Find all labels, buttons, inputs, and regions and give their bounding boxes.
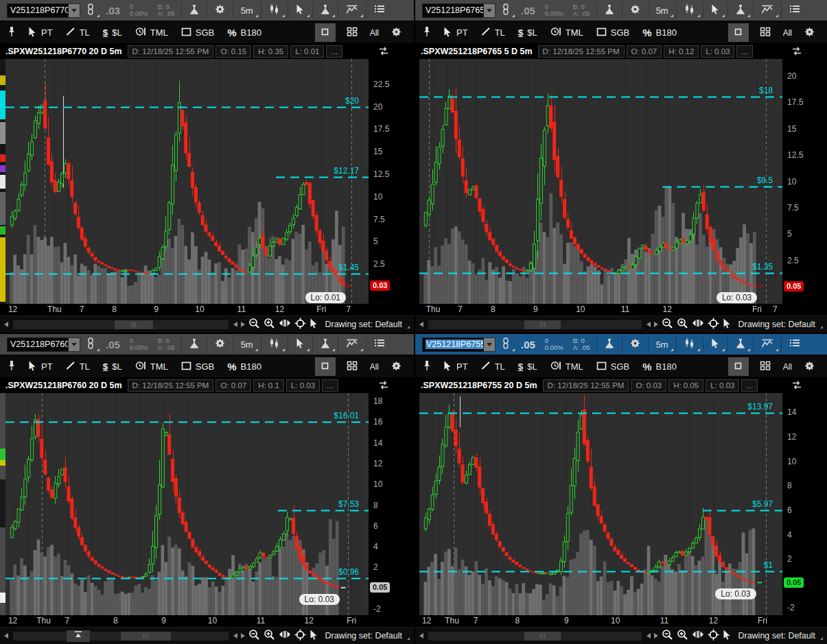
- time-level-tool-button[interactable]: TML: [135, 26, 168, 39]
- price-axis[interactable]: 22.52017.51512.5107.552.5: [369, 59, 414, 304]
- chart-menu-button[interactable]: [368, 335, 391, 354]
- pointer-button[interactable]: [723, 630, 732, 643]
- time-level-tool-button[interactable]: TML: [550, 360, 583, 373]
- step-left-arrow[interactable]: [233, 322, 237, 327]
- symbol-input[interactable]: V251218P6760: [7, 337, 69, 352]
- auto-width-button[interactable]: [692, 318, 704, 331]
- chart-menu-button[interactable]: [783, 1, 806, 20]
- time-level-tool-button[interactable]: TML: [135, 360, 168, 373]
- zoom-out-button[interactable]: [662, 318, 673, 332]
- crosshair-button[interactable]: [294, 318, 306, 332]
- price-chart-canvas[interactable]: [5, 59, 369, 304]
- studies-button[interactable]: [598, 1, 620, 20]
- grid-layout-button[interactable]: [760, 361, 771, 372]
- time-axis[interactable]: 12Thu789101112Fri: [0, 615, 414, 627]
- symbol-dropdown-button[interactable]: [69, 3, 80, 18]
- drawing-set-selector[interactable]: Drawing set: Default: [325, 631, 402, 641]
- time-axis[interactable]: Thu789101112Fri7: [415, 304, 827, 315]
- time-scrollbar[interactable]: |||: [428, 320, 642, 329]
- time-axis[interactable]: 12Thu789101112Fri7: [0, 304, 414, 315]
- pin-drawing-button[interactable]: [423, 360, 430, 373]
- zoom-in-button[interactable]: [264, 629, 275, 643]
- single-chart-layout-button[interactable]: [315, 357, 336, 376]
- link-button[interactable]: [496, 1, 516, 20]
- link-button[interactable]: [80, 1, 101, 20]
- zoom-in-button[interactable]: [264, 318, 275, 332]
- swap-arrows-icon[interactable]: [378, 380, 389, 393]
- single-chart-layout-button[interactable]: [728, 357, 749, 376]
- time-level-tool-button[interactable]: TML: [550, 26, 583, 39]
- patterns-button[interactable]: [340, 335, 364, 354]
- symbol-input[interactable]: V251218P6755: [422, 337, 484, 352]
- price-level-tool-button[interactable]: $$L: [518, 361, 537, 372]
- time-scrollbar[interactable]: |||: [428, 632, 642, 641]
- step-left-arrow[interactable]: [647, 322, 651, 327]
- swap-arrows-icon[interactable]: [378, 46, 389, 59]
- cursor-tool-button[interactable]: [290, 1, 311, 20]
- chart-area[interactable]: 1412108642-2 Lo: 0.03 $13.97$5.97$10.05: [415, 393, 827, 615]
- b180-tool-button[interactable]: %B180: [227, 361, 261, 372]
- single-chart-layout-button[interactable]: [728, 23, 749, 42]
- time-scrollbar[interactable]: |||: [13, 320, 229, 329]
- scroll-left-arrow[interactable]: [419, 322, 423, 327]
- symbol-input[interactable]: V251218P6765: [422, 3, 484, 18]
- zoom-in-button[interactable]: [677, 318, 688, 332]
- price-level-label[interactable]: $5.97: [752, 499, 773, 509]
- timeframe-button[interactable]: 5m: [650, 335, 675, 354]
- scrollbar-thumb[interactable]: |||: [115, 320, 154, 329]
- symbol-input[interactable]: V251218P6770: [7, 3, 69, 18]
- step-right-arrow[interactable]: [241, 633, 245, 639]
- pin-drawing-button[interactable]: [8, 26, 15, 39]
- sgb-tool-button[interactable]: SGB: [181, 361, 214, 372]
- analysis-tools-button[interactable]: [730, 1, 752, 20]
- price-level-tool-button[interactable]: $$L: [103, 27, 122, 38]
- apply-all-button[interactable]: All: [370, 362, 379, 372]
- analysis-tools-button[interactable]: [314, 1, 336, 20]
- pointer-button[interactable]: [310, 318, 318, 331]
- crosshair-button[interactable]: [708, 629, 719, 643]
- scroll-left-arrow[interactable]: [419, 633, 423, 639]
- crosshair-button[interactable]: [708, 318, 719, 332]
- chart-area[interactable]: 22.52017.51512.5107.552.5 Lo: 0.01 $20$1…: [0, 59, 414, 304]
- scrollbar-thumb[interactable]: |||: [524, 320, 561, 329]
- trendline-tool-button[interactable]: TL: [481, 27, 505, 38]
- trendline-tool-button[interactable]: TL: [66, 361, 90, 372]
- b180-tool-button[interactable]: %B180: [642, 27, 677, 38]
- swap-arrows-icon[interactable]: [791, 46, 802, 59]
- chart-area[interactable]: 2017.51512.5107.552.5 Lo: 0.03 $18$9.5$1…: [415, 59, 827, 304]
- swap-arrows-icon[interactable]: [791, 380, 802, 393]
- price-level-tool-button[interactable]: $$L: [518, 27, 537, 38]
- pointer-button[interactable]: [310, 630, 318, 643]
- chart-type-button[interactable]: [678, 335, 701, 354]
- patterns-button[interactable]: [755, 335, 780, 354]
- patterns-button[interactable]: [340, 1, 364, 20]
- price-level-label[interactable]: $20: [345, 96, 359, 106]
- chart-settings-button[interactable]: [624, 335, 647, 354]
- trendline-tool-button[interactable]: TL: [481, 361, 505, 372]
- price-level-label[interactable]: $0.96: [338, 567, 359, 577]
- studies-button[interactable]: [183, 1, 205, 20]
- pointer-tool-button[interactable]: PT: [28, 27, 53, 39]
- chart-type-button[interactable]: [678, 1, 701, 20]
- sgb-tool-button[interactable]: SGB: [596, 27, 629, 38]
- auto-width-button[interactable]: [279, 630, 291, 642]
- grid-layout-button[interactable]: [347, 27, 358, 38]
- drawing-set-selector[interactable]: Drawing set: Default: [325, 320, 402, 329]
- analysis-tools-button[interactable]: [314, 335, 336, 354]
- chart-menu-button[interactable]: [368, 1, 391, 20]
- studies-button[interactable]: [183, 335, 205, 354]
- trendline-tool-button[interactable]: TL: [66, 27, 90, 38]
- price-level-label[interactable]: $16.01: [334, 411, 359, 420]
- price-level-label[interactable]: $1: [764, 560, 773, 570]
- timeframe-button[interactable]: 5m: [235, 335, 259, 354]
- studies-button[interactable]: [598, 335, 620, 354]
- toolbar-settings-button[interactable]: [804, 27, 815, 39]
- price-level-label[interactable]: $9.5: [757, 176, 773, 185]
- drawing-set-selector[interactable]: Drawing set: Default: [738, 631, 815, 641]
- apply-all-button[interactable]: All: [783, 28, 792, 38]
- scroll-left-arrow[interactable]: [4, 633, 8, 639]
- cursor-tool-button[interactable]: [705, 1, 726, 20]
- auto-width-button[interactable]: [692, 630, 704, 642]
- link-button[interactable]: [496, 335, 516, 354]
- chart-menu-button[interactable]: [783, 335, 806, 354]
